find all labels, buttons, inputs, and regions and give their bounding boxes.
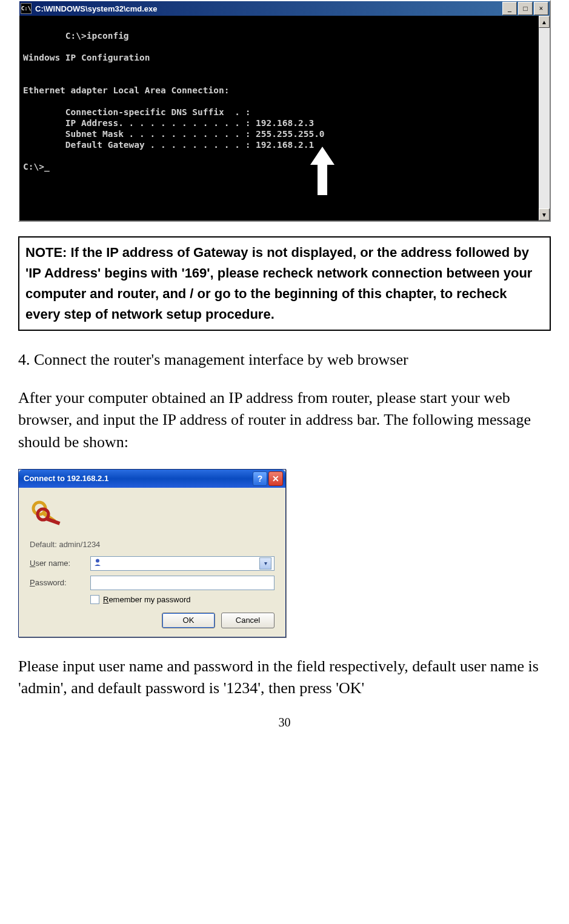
dialog-close-button[interactable]: ✕ xyxy=(268,471,283,486)
scroll-up-icon[interactable]: ▲ xyxy=(539,16,550,28)
password-label: Password: xyxy=(30,578,90,587)
dialog-titlebar: Connect to 192.168.2.1 ? ✕ xyxy=(19,470,285,488)
maximize-button[interactable]: □ xyxy=(518,2,533,15)
username-label: User name: xyxy=(30,559,90,568)
page-number: 30 xyxy=(18,716,551,730)
svg-point-4 xyxy=(96,559,99,563)
chevron-down-icon[interactable]: ▾ xyxy=(259,557,271,570)
minimize-button[interactable]: _ xyxy=(502,2,517,15)
cancel-button[interactable]: Cancel xyxy=(221,613,275,628)
password-field[interactable] xyxy=(90,576,275,590)
help-button[interactable]: ? xyxy=(253,471,267,486)
arrow-up-icon xyxy=(310,125,363,217)
note-box: NOTE: If the IP address of Gateway is no… xyxy=(18,236,551,331)
close-button[interactable]: × xyxy=(534,2,548,15)
checkbox-icon xyxy=(90,595,99,604)
cmd-window: C:\ C:\WINDOWS\system32\cmd.exe _ □ × C:… xyxy=(18,0,551,222)
scroll-track[interactable] xyxy=(539,28,550,208)
cmd-window-icon: C:\ xyxy=(21,3,32,14)
username-field[interactable]: ▾ xyxy=(90,556,275,571)
realm-label: Default: admin/1234 xyxy=(30,540,275,549)
after-text: Please input user name and password in t… xyxy=(18,656,551,700)
keys-icon xyxy=(30,499,66,529)
user-icon xyxy=(93,558,102,568)
cmd-title: C:\WINDOWS\system32\cmd.exe xyxy=(35,4,502,13)
step-body: After your computer obtained an IP addre… xyxy=(18,387,551,453)
auth-dialog: Connect to 192.168.2.1 ? ✕ Default: admi… xyxy=(18,469,286,637)
cmd-scrollbar[interactable]: ▲ ▼ xyxy=(539,16,550,221)
dialog-title: Connect to 192.168.2.1 xyxy=(24,474,251,483)
scroll-down-icon[interactable]: ▼ xyxy=(539,208,550,221)
cmd-titlebar: C:\ C:\WINDOWS\system32\cmd.exe _ □ × xyxy=(19,1,550,16)
step-title: 4. Connect the router's management inter… xyxy=(18,349,551,371)
ok-button[interactable]: OK xyxy=(162,613,215,628)
remember-checkbox[interactable]: Remember my password xyxy=(90,595,275,604)
cmd-console-output: C:\>ipconfig Windows IP Configuration Et… xyxy=(19,16,539,221)
